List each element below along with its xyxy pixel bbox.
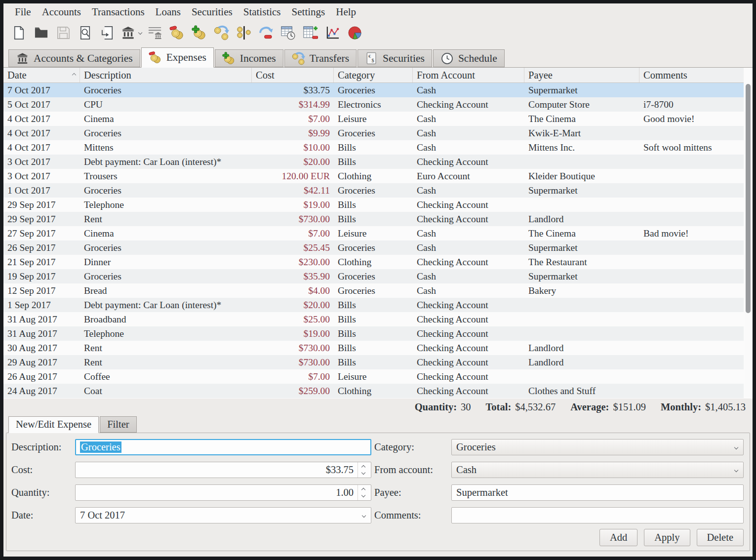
comments-input[interactable] (451, 507, 744, 523)
tab-schedule[interactable]: Schedule (433, 49, 505, 67)
cell-from-account: Cash (413, 140, 524, 155)
scheduled-expense-button[interactable] (256, 23, 275, 42)
column-header-comments[interactable]: Comments (639, 68, 744, 82)
scrollbar-thumb[interactable] (746, 84, 751, 313)
table-row[interactable]: 1 Oct 2017Groceries$42.11GroceriesCashSu… (3, 183, 744, 198)
cell-date: 1 Oct 2017 (3, 183, 80, 198)
chevron-down-icon (734, 468, 738, 472)
new-income-button[interactable] (190, 23, 208, 42)
split-transaction-button[interactable] (234, 23, 253, 42)
menu-file[interactable]: File (9, 4, 37, 20)
table-row[interactable]: 4 Oct 2017Mittens$10.00BillsCashMittens … (3, 140, 744, 155)
add-button[interactable]: Add (599, 529, 637, 546)
table-row[interactable]: 7 Oct 2017Groceries$33.75GroceriesCashSu… (3, 83, 744, 97)
cost-spinner[interactable] (358, 462, 368, 478)
table-row[interactable]: 19 Sep 2017Groceries$35.90GroceriesCashS… (3, 269, 744, 283)
date-value: 7 Oct 2017 (80, 510, 125, 521)
table-row[interactable]: 4 Oct 2017Cinema$7.00LeisureCashThe Cine… (3, 112, 744, 126)
cell-from-account: Checking Account (413, 255, 524, 269)
delete-button[interactable]: Delete (697, 529, 744, 546)
cell-description: Dinner (80, 255, 252, 269)
cell-cost: $730.00 (252, 212, 334, 226)
table-row[interactable]: 27 Sep 2017Cinema$7.00LeisureCashThe Cin… (3, 226, 744, 240)
column-header-description[interactable]: Description (80, 68, 252, 82)
column-header-from-account[interactable]: From Account (413, 68, 524, 82)
table-row[interactable]: 31 Aug 2017Telephone$19.00BillsChecking … (3, 326, 744, 341)
quantity-spinner[interactable] (358, 485, 368, 500)
cell-date: 21 Sep 2017 (3, 255, 80, 269)
new-expense-button[interactable] (167, 23, 186, 42)
tab-transfers[interactable]: Transfers (284, 49, 357, 67)
cost-input[interactable]: $33.75 (75, 462, 371, 478)
table-row[interactable]: 4 Oct 2017Groceries$9.99GroceriesCashKwi… (3, 126, 744, 140)
accounts-button[interactable] (120, 23, 142, 42)
import-document-button[interactable] (98, 23, 117, 42)
column-header-cost[interactable]: Cost (252, 68, 334, 82)
payee-input[interactable]: Supermarket (451, 484, 744, 501)
table-row[interactable]: 30 Aug 2017Rent$730.00BillsChecking Acco… (3, 341, 744, 355)
new-document-button[interactable] (9, 23, 28, 42)
table-row[interactable]: 5 Oct 2017CPU$314.99ElectronicsChecking … (3, 97, 744, 112)
editor-tab-new-edit-expense[interactable]: New/Edit Expense (8, 416, 99, 433)
table-row[interactable]: 24 Aug 2017Coat$259.00ClothingChecking A… (3, 384, 744, 398)
column-label: Description (84, 70, 131, 81)
category-select[interactable]: Groceries (451, 439, 744, 455)
summary-total-label: Total: (486, 401, 512, 413)
table-row[interactable]: 3 Oct 2017Debt payment: Car Loan (intere… (3, 155, 744, 169)
column-header-date[interactable]: Date (3, 68, 80, 82)
tab-accounts-categories[interactable]: Accounts & Categories (8, 49, 140, 67)
schedule-table-button[interactable] (279, 23, 297, 42)
bank-icon (120, 25, 136, 40)
scheduled-expense-icon (258, 25, 274, 40)
tab-incomes[interactable]: Incomes (215, 49, 283, 67)
find-document-button[interactable] (76, 23, 95, 42)
cell-cost: $230.00 (252, 255, 334, 269)
tab-securities[interactable]: €$Securities (358, 49, 432, 67)
menu-transactions[interactable]: Transactions (86, 4, 150, 20)
from-account-select[interactable]: Cash (451, 462, 744, 478)
cell-payee: The Cinema (524, 112, 639, 126)
spinner-down-icon (361, 471, 365, 475)
modify-table-button[interactable] (301, 23, 319, 42)
table-row[interactable]: 1 Sep 2017Debt payment: Car Loan (intere… (3, 298, 744, 312)
table-row[interactable]: 29 Sep 2017Rent$730.00BillsChecking Acco… (3, 212, 744, 226)
cell-comments (639, 126, 744, 140)
account-list-button[interactable] (145, 23, 164, 42)
cell-description: Debt payment: Car Loan (interest)* (80, 155, 252, 169)
date-select[interactable]: 7 Oct 2017 (75, 507, 371, 523)
table-row[interactable]: 31 Aug 2017Broadband$25.00BillsChecking … (3, 312, 744, 326)
vertical-scrollbar[interactable] (745, 83, 752, 397)
pie-chart-button[interactable] (345, 23, 364, 42)
table-row[interactable]: 29 Aug 2017Rent$730.00BillsChecking Acco… (3, 355, 744, 369)
table-row[interactable]: 26 Sep 2017Groceries$25.45GroceriesCashS… (3, 240, 744, 255)
quantity-input[interactable]: 1.00 (75, 484, 371, 501)
tab-expenses[interactable]: Expenses (141, 47, 214, 68)
menu-statistics[interactable]: Statistics (238, 4, 286, 20)
column-header-category[interactable]: Category (334, 68, 413, 82)
menu-accounts[interactable]: Accounts (37, 4, 86, 20)
table-row[interactable]: 26 Aug 2017Coffee$7.00LeisureChecking Ac… (3, 369, 744, 384)
table-row[interactable]: 21 Sep 2017Dinner$230.00ClothingChecking… (3, 255, 744, 269)
new-transfer-button[interactable] (212, 23, 231, 42)
open-document-button[interactable] (32, 23, 50, 42)
category-value: Groceries (456, 441, 496, 453)
column-label: Category (338, 70, 375, 81)
line-chart-button[interactable] (323, 23, 342, 42)
cell-from-account: Cash (413, 83, 524, 97)
cell-cost: $7.00 (252, 226, 334, 240)
menu-settings[interactable]: Settings (286, 4, 331, 20)
description-input[interactable]: Groceries (75, 439, 371, 455)
column-header-payee[interactable]: Payee (524, 68, 639, 82)
payee-value: Supermarket (456, 487, 508, 498)
apply-button[interactable]: Apply (644, 529, 690, 546)
menu-loans[interactable]: Loans (150, 4, 186, 20)
cell-cost: $19.00 (252, 326, 334, 341)
table-row[interactable]: 29 Sep 2017Telephone$19.00BillsChecking … (3, 198, 744, 212)
table-row[interactable]: 12 Sep 2017Bread$4.00GroceriesCashBakery (3, 283, 744, 298)
chevron-down-icon (138, 31, 142, 35)
editor-tab-filter[interactable]: Filter (100, 416, 136, 433)
table-row[interactable]: 3 Oct 2017Trousers120.00 EURClothingEuro… (3, 169, 744, 183)
menu-securities[interactable]: Securities (186, 4, 238, 20)
cell-payee: Supermarket (524, 83, 639, 97)
menu-help[interactable]: Help (330, 4, 361, 20)
